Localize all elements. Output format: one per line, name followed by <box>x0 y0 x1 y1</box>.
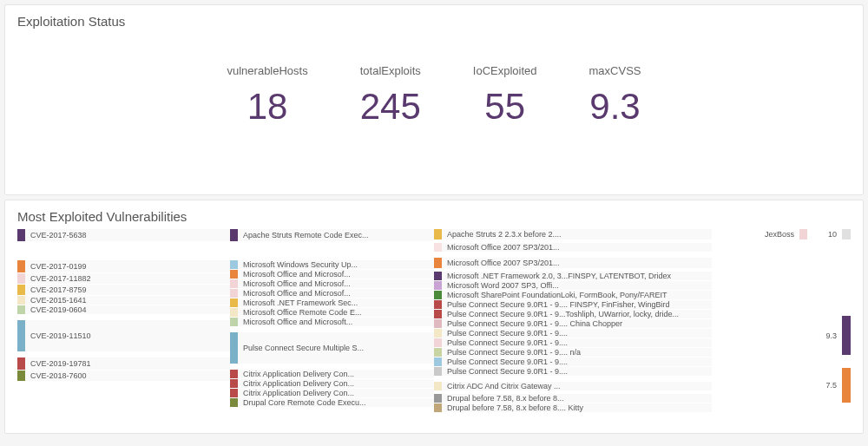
color-swatch <box>230 332 238 364</box>
sankey-node[interactable]: Microsoft Office 2007 SP3/201... <box>434 258 712 268</box>
cvss-bar-fill <box>842 316 851 355</box>
node-label: CVE-2018-7600 <box>30 372 87 380</box>
color-swatch <box>434 258 442 268</box>
node-label: Apache Struts 2 2.3.x before 2.... <box>447 231 562 239</box>
color-swatch <box>17 305 25 314</box>
node-label: Citrix Application Delivery Con... <box>243 390 354 397</box>
cvss-value: 7.5 <box>825 381 837 390</box>
color-swatch <box>17 357 25 370</box>
sankey-node[interactable]: Apache Struts 2 2.3.x before 2.... <box>434 229 712 239</box>
color-swatch <box>434 348 442 357</box>
cvss-bar[interactable]: 10 <box>828 229 851 239</box>
node-label: CVE-2017-8759 <box>30 286 87 294</box>
sankey-node[interactable]: Microsoft Office 2007 SP3/201... <box>434 243 712 252</box>
node-label: Microsoft .NET Framework Sec... <box>243 299 358 307</box>
metric-label: vulnerableHosts <box>227 64 308 77</box>
sankey-node[interactable]: CVE-2017-0199 <box>17 260 230 272</box>
sankey-node[interactable]: CVE-2017-11882 <box>17 273 230 284</box>
color-swatch <box>17 260 25 272</box>
color-swatch <box>230 229 238 241</box>
node-label: Microsoft Office Remote Code E... <box>243 309 361 317</box>
sankey-node[interactable]: CVE-2018-7600 <box>17 371 230 381</box>
sankey-node[interactable]: Citrix Application Delivery Con... <box>230 389 434 397</box>
sankey-col-threat: JexBoss <box>712 229 807 420</box>
sankey-node[interactable]: CVE-2017-5638 <box>17 229 230 241</box>
sankey-node[interactable]: Pulse Connect Secure 9.0R1 - 9.... <box>434 357 712 366</box>
metric-label: IoCExploited <box>473 64 537 77</box>
sankey-node[interactable]: CVE-2019-11510 <box>17 320 230 351</box>
metric-value: 55 <box>473 86 537 128</box>
color-swatch <box>230 298 238 307</box>
sankey-node[interactable]: Microsoft Office and Microsof... <box>230 279 434 288</box>
node-label: Microsoft SharePoint FoundationLoki, For… <box>447 292 667 299</box>
sankey-node[interactable]: CVE-2017-8759 <box>17 285 230 295</box>
sankey-node[interactable]: Apache Struts Remote Code Exec... <box>230 229 434 241</box>
color-swatch <box>230 379 238 388</box>
color-swatch <box>434 382 442 390</box>
node-label: Pulse Connect Secure 9.0R1 - 9.... China… <box>447 320 622 328</box>
metric-vulnerable-hosts[interactable]: vulnerableHosts 18 <box>227 64 308 128</box>
cvss-bar[interactable]: 7.5 <box>825 368 851 403</box>
sankey-node[interactable]: Microsoft Office and Microsof... <box>230 289 434 298</box>
node-label: Microsoft Word 2007 SP3, Offi... <box>447 282 559 290</box>
color-swatch <box>17 273 25 284</box>
sankey-node[interactable]: CVE-2019-0604 <box>17 305 230 314</box>
node-label: Microsoft Windows Security Up... <box>243 261 358 269</box>
color-swatch <box>434 300 442 309</box>
sankey-node[interactable]: Microsoft Windows Security Up... <box>230 260 434 269</box>
sankey-node[interactable]: Drupal before 7.58, 8.x before 8.... Kit… <box>434 403 712 412</box>
sankey-node[interactable]: Pulse Connect Secure 9.0R1 - 9.... <box>434 338 712 347</box>
color-swatch <box>230 389 238 397</box>
sankey-node[interactable]: Microsoft Office and Microsof... <box>230 270 434 279</box>
sankey-chart[interactable]: CVE-2017-5638CVE-2017-0199CVE-2017-11882… <box>5 229 863 420</box>
node-label: Pulse Connect Secure 9.0R1 - 9.... <box>447 358 568 366</box>
metric-value: 9.3 <box>589 86 641 128</box>
status-title: Exploitation Status <box>5 5 863 34</box>
node-label: Microsoft Office and Microsof... <box>243 280 351 288</box>
node-label: Citrix Application Delivery Con... <box>243 380 354 388</box>
color-swatch <box>799 229 807 239</box>
sankey-node[interactable]: Citrix Application Delivery Con... <box>230 379 434 388</box>
sankey-node[interactable]: Microsoft .NET Framework Sec... <box>230 298 434 307</box>
color-swatch <box>230 308 238 317</box>
sankey-node[interactable]: CVE-2015-1641 <box>17 296 230 305</box>
metric-total-exploits[interactable]: totalExploits 245 <box>360 64 421 128</box>
cvss-value: 10 <box>828 230 837 239</box>
color-swatch <box>434 281 442 290</box>
sankey-node[interactable]: Microsoft .NET Framework 2.0, 3...FINSPY… <box>434 272 712 280</box>
sankey-node[interactable]: Pulse Connect Secure 9.0R1 - 9.... China… <box>434 319 712 328</box>
sankey-node[interactable]: Microsoft Office Remote Code E... <box>230 308 434 317</box>
metric-max-cvss[interactable]: maxCVSS 9.3 <box>589 64 641 128</box>
sankey-node[interactable]: Drupal before 7.58, 8.x before 8... <box>434 394 712 403</box>
node-label: Drupal Core Remote Code Execu... <box>243 399 366 407</box>
sankey-node[interactable]: Microsoft Office and Microsoft... <box>230 318 434 326</box>
sankey-node[interactable]: Pulse Connect Secure 9.0R1 - 9.... <box>434 329 712 338</box>
color-swatch <box>17 371 25 381</box>
sankey-node[interactable]: Pulse Connect Secure 9.0R1 - 9.... <box>434 367 712 376</box>
node-label: CVE-2019-11510 <box>30 332 91 340</box>
sankey-node[interactable]: Pulse Connect Secure 9.0R1 - 9.... FINSP… <box>434 300 712 309</box>
node-label: Drupal before 7.58, 8.x before 8... <box>447 395 564 403</box>
sankey-node[interactable]: Microsoft Word 2007 SP3, Offi... <box>434 281 712 290</box>
sankey-col-product: Apache Struts 2 2.3.x before 2....Micros… <box>434 229 712 420</box>
color-swatch <box>434 310 442 318</box>
sankey-node[interactable]: Microsoft SharePoint FoundationLoki, For… <box>434 291 712 299</box>
sankey-node[interactable]: Citrix ADC And Citrix Gateway ... <box>434 382 712 390</box>
metric-value: 245 <box>360 86 421 128</box>
color-swatch <box>230 318 238 326</box>
sankey-col-cvss: 109.37.5 <box>807 229 851 420</box>
sankey-node[interactable]: Citrix Application Delivery Con... <box>230 370 434 378</box>
node-label: CVE-2017-11882 <box>30 275 91 283</box>
sankey-threat-node[interactable]: JexBoss <box>712 229 807 239</box>
sankey-node[interactable]: Pulse Connect Secure 9.0R1 - 9.... n/a <box>434 348 712 357</box>
node-label: Microsoft Office 2007 SP3/201... <box>447 244 559 252</box>
cvss-bar[interactable]: 9.3 <box>825 316 851 355</box>
color-swatch <box>17 285 25 295</box>
sankey-node[interactable]: Pulse Connect Secure 9.0R1 - 9...Toshlip… <box>434 310 712 318</box>
node-label: Microsoft Office 2007 SP3/201... <box>447 259 559 267</box>
metric-ioc-exploited[interactable]: IoCExploited 55 <box>473 64 537 128</box>
node-label: Pulse Connect Secure Multiple S... <box>243 344 364 352</box>
sankey-node[interactable]: Pulse Connect Secure Multiple S... <box>230 332 434 364</box>
sankey-node[interactable]: CVE-2019-19781 <box>17 357 230 370</box>
sankey-node[interactable]: Drupal Core Remote Code Execu... <box>230 398 434 407</box>
